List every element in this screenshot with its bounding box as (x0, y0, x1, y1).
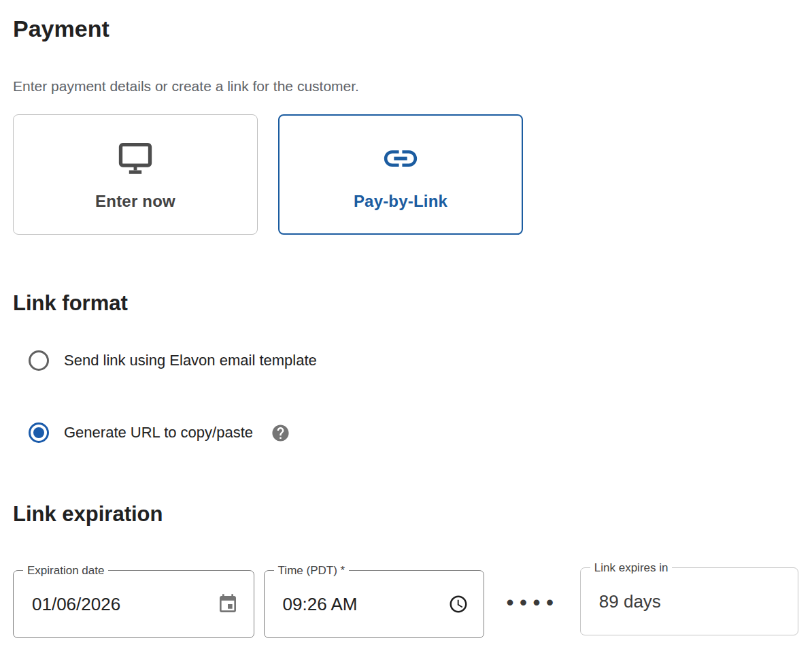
radio-option-email-template[interactable]: Send link using Elavon email template (29, 350, 798, 371)
monitor-icon (116, 139, 155, 178)
radio-option-generate-url-label: Generate URL to copy/paste (64, 424, 253, 442)
link-icon (379, 139, 422, 178)
link-expires-in-value: 89 days (599, 591, 661, 612)
link-expires-in-field: Link expires in 89 days (580, 567, 798, 635)
expiration-date-field[interactable]: Expiration date 01/06/2026 (13, 570, 254, 638)
enter-now-label: Enter now (95, 192, 175, 211)
radio-unselected-icon[interactable] (29, 350, 49, 371)
radio-selected-icon[interactable] (29, 422, 49, 443)
link-expiration-fields: Expiration date 01/06/2026 Time (PDT) * … (13, 570, 798, 638)
pay-by-link-card[interactable]: Pay-by-Link (278, 114, 523, 235)
expiration-date-label: Expiration date (23, 564, 108, 578)
time-value[interactable]: 09:26 AM (283, 594, 358, 615)
radio-option-email-template-label: Send link using Elavon email template (64, 352, 317, 369)
help-icon[interactable] (271, 423, 290, 443)
page-title: Payment (13, 15, 798, 42)
pay-by-link-label: Pay-by-Link (354, 192, 447, 211)
radio-option-generate-url[interactable]: Generate URL to copy/paste (29, 422, 798, 443)
time-label: Time (PDT) * (274, 564, 350, 578)
link-format-heading: Link format (13, 290, 798, 316)
payment-page: Payment Enter payment details or create … (0, 0, 812, 638)
expiration-date-value[interactable]: 01/06/2026 (32, 594, 120, 615)
calendar-icon[interactable] (217, 593, 239, 615)
page-subtitle: Enter payment details or create a link f… (13, 78, 798, 95)
time-field[interactable]: Time (PDT) * 09:26 AM (264, 570, 484, 638)
dots-separator: •••• (507, 570, 560, 635)
clock-icon[interactable] (448, 594, 469, 614)
enter-now-card[interactable]: Enter now (13, 114, 258, 235)
payment-method-selector: Enter now Pay-by-Link (13, 114, 798, 235)
link-expiration-heading: Link expiration (13, 501, 798, 527)
link-expires-in-label: Link expires in (590, 561, 673, 575)
